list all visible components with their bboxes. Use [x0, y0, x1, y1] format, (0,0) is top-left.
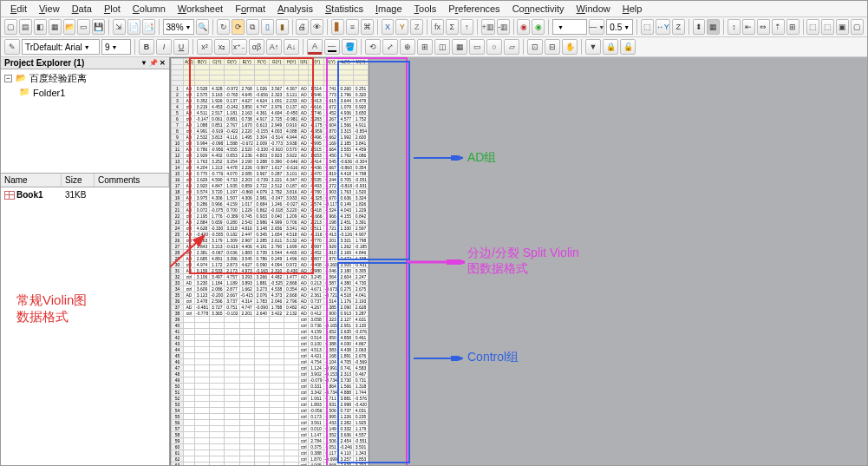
- menu-help[interactable]: Help: [617, 2, 649, 16]
- supsub-button[interactable]: x⁺₋: [232, 39, 247, 55]
- del-col-button[interactable]: -▥: [497, 19, 510, 35]
- menu-preferences[interactable]: Preferences: [442, 2, 506, 16]
- front-button[interactable]: ▣: [836, 19, 849, 35]
- open-template-button[interactable]: ▭: [77, 19, 90, 35]
- pe-close-icon[interactable]: ✕: [160, 59, 166, 67]
- menu-image[interactable]: Image: [369, 2, 408, 16]
- collapse-icon[interactable]: −: [4, 75, 12, 82]
- bold-button[interactable]: B: [139, 39, 154, 55]
- code-builder-button[interactable]: ⌘: [361, 19, 374, 35]
- open-button[interactable]: 📂: [63, 19, 76, 35]
- speed-mode-button[interactable]: ▦: [707, 19, 720, 35]
- ungroup-button[interactable]: ⬚: [821, 19, 834, 35]
- import-wizard-button[interactable]: ⇲: [113, 19, 126, 35]
- pan-tool-button[interactable]: ✋: [562, 39, 578, 55]
- font-combo[interactable]: Tr Default: Arial▼: [22, 39, 100, 55]
- project-explorer-toggle[interactable]: ▋: [331, 19, 344, 35]
- data-selector-button[interactable]: ◫: [434, 39, 450, 55]
- style-combo[interactable]: ▼: [552, 19, 587, 35]
- oval-tool-button[interactable]: ○: [486, 39, 502, 55]
- unmask-button[interactable]: ◉: [532, 19, 545, 35]
- list-item[interactable]: Book1 31KB: [1, 187, 169, 202]
- add-col-button[interactable]: +▥: [481, 19, 495, 35]
- zoom-combo[interactable]: 38%▼: [163, 19, 195, 35]
- print-button[interactable]: 🖨: [296, 19, 309, 35]
- menu-view[interactable]: View: [33, 2, 66, 16]
- super-button[interactable]: x²: [197, 39, 212, 55]
- regional-mask-button[interactable]: ▦: [452, 39, 467, 55]
- worksheet-window[interactable]: A(X)B(Y)C(Y)D(Y)E(Y)F(Y)G(Y)H(Y)I(X)J(Y)…: [170, 57, 369, 466]
- statistics-button[interactable]: Σ: [446, 19, 459, 35]
- menu-format[interactable]: Format: [229, 2, 271, 16]
- menu-plot[interactable]: Plot: [98, 2, 127, 16]
- align-left-button[interactable]: ⇤: [742, 19, 755, 35]
- tree-root-node[interactable]: − 📂 百度经验距离: [3, 71, 167, 86]
- greek-button[interactable]: αβ: [249, 39, 264, 55]
- menu-connectivity[interactable]: Connectivity: [506, 2, 571, 16]
- menu-edit[interactable]: Edit: [4, 2, 33, 16]
- data-reader-button[interactable]: ⊞: [417, 39, 433, 55]
- menu-tools[interactable]: Tools: [408, 2, 443, 16]
- back-button[interactable]: ▢: [851, 19, 864, 35]
- new-graph-button[interactable]: ◧: [34, 19, 47, 35]
- sort-asc-button[interactable]: ↑: [460, 19, 473, 35]
- menu-window[interactable]: Window: [571, 2, 617, 16]
- tree-folder-node[interactable]: 📁 Folder1: [3, 86, 167, 100]
- x-column-button[interactable]: X: [382, 19, 395, 35]
- group-button[interactable]: ⬚: [806, 19, 819, 35]
- zoom-in-button[interactable]: 🔍: [196, 19, 209, 35]
- menu-statistics[interactable]: Statistics: [319, 2, 369, 16]
- distribute-button[interactable]: ⊞: [786, 19, 799, 35]
- anti-alias-button[interactable]: ⬍: [693, 19, 706, 35]
- line-color-button[interactable]: ―: [324, 39, 340, 55]
- new-project-button[interactable]: ▢: [4, 19, 17, 35]
- layer-btn[interactable]: ⬚: [641, 19, 654, 35]
- recalc-button[interactable]: ⟳: [232, 19, 245, 35]
- z-column-button[interactable]: Z: [410, 19, 423, 35]
- rescale-show-all-button[interactable]: ⤢: [382, 39, 398, 55]
- menu-data[interactable]: Data: [66, 2, 98, 16]
- shrink-button[interactable]: ⊟: [545, 39, 560, 55]
- data-grid[interactable]: A(X)B(Y)C(Y)D(Y)E(Y)F(Y)G(Y)H(Y)I(X)J(Y)…: [171, 58, 369, 466]
- rect-tool-button[interactable]: ▭: [469, 39, 485, 55]
- screen-reader-button[interactable]: ⊕: [400, 39, 415, 55]
- filter-button[interactable]: ▼: [585, 39, 601, 55]
- rescale-x-button[interactable]: ↔Y: [656, 19, 670, 35]
- y-column-button[interactable]: Y: [395, 19, 408, 35]
- sub-button[interactable]: x₂: [214, 39, 230, 55]
- align-center-button[interactable]: ⇔: [757, 19, 770, 35]
- incfont-button[interactable]: A↑: [266, 39, 282, 55]
- save-button[interactable]: 💾: [92, 19, 105, 35]
- font-size-combo[interactable]: 9▼: [101, 39, 131, 55]
- col-header-comments[interactable]: Comments: [95, 174, 169, 187]
- line-style-button[interactable]: ―▼: [589, 19, 604, 35]
- pe-dropdown-icon[interactable]: ▼: [140, 59, 147, 67]
- import-single-button[interactable]: 📄: [127, 19, 140, 35]
- style-pointer-button[interactable]: ✎: [4, 39, 20, 55]
- decfont-button[interactable]: A↓: [284, 39, 299, 55]
- menu-worksheet[interactable]: Worksheet: [172, 2, 229, 16]
- preview-button[interactable]: 👁: [310, 19, 323, 35]
- refresh-button[interactable]: ↻: [217, 19, 230, 35]
- import-multi-button[interactable]: 📑: [142, 19, 155, 35]
- pe-pin-icon[interactable]: 📌: [149, 59, 158, 67]
- italic-button[interactable]: I: [156, 39, 172, 55]
- snap-button[interactable]: ↕: [728, 19, 741, 35]
- dup-button[interactable]: ⧉: [246, 19, 259, 35]
- rescale-z-button[interactable]: Z: [672, 19, 685, 35]
- underline-button[interactable]: U: [173, 39, 189, 55]
- polygon-tool-button[interactable]: ▱: [504, 39, 519, 55]
- 3d-rotate-button[interactable]: ⟲: [365, 39, 381, 55]
- unlock-button[interactable]: 🔓: [620, 39, 636, 55]
- text-color-button[interactable]: A: [307, 39, 323, 55]
- results-log-toggle[interactable]: ≡: [346, 19, 359, 35]
- new-layout-button[interactable]: ▯: [261, 19, 274, 35]
- col-header-name[interactable]: Name: [1, 174, 62, 187]
- align-top-button[interactable]: ⇡: [772, 19, 785, 35]
- line-width-combo[interactable]: 0.5▼: [606, 19, 633, 35]
- new-workbook-button[interactable]: ▤: [19, 19, 32, 35]
- new-matrix-button[interactable]: ▦: [49, 19, 62, 35]
- add-graph-button[interactable]: ▮: [276, 19, 289, 35]
- enlarge-button[interactable]: ⊡: [527, 39, 543, 55]
- fill-color-button[interactable]: 🪣: [342, 39, 357, 55]
